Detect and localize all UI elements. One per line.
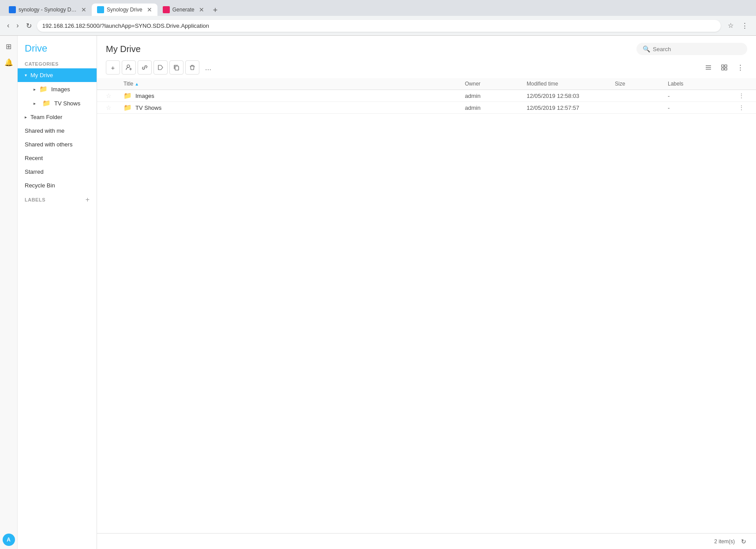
tab-drive[interactable]: Synology Drive ✕ — [92, 4, 157, 16]
svg-rect-7 — [722, 65, 724, 67]
label-icon — [157, 64, 164, 71]
sidebar: Drive CATEGORIES ▾ My Drive ▸ 📁 Images ▸… — [18, 36, 97, 549]
sidebar-item-recycle-bin[interactable]: Recycle Bin — [18, 179, 97, 192]
labels-section: LABELS + — [18, 192, 97, 207]
sort-arrow-icon: ▲ — [135, 82, 139, 86]
copy-button[interactable] — [169, 60, 183, 75]
grid-view-button[interactable] — [717, 60, 731, 75]
sidebar-subitem-images[interactable]: ▸ 📁 Images — [18, 82, 97, 96]
toolbar-right: ⋮ — [701, 60, 747, 75]
app-left-nav: ⊞ 🔔 A — [0, 36, 18, 549]
new-tab-button[interactable]: + — [210, 5, 221, 16]
tab-diskstation-label: synology - Synology DiskStation — [19, 7, 77, 13]
drive-favicon — [97, 6, 104, 13]
sidebar-item-team-folder-label: Team Folder — [30, 114, 62, 120]
add-label-button[interactable]: + — [86, 196, 90, 204]
sidebar-item-shared-with-others[interactable]: Shared with others — [18, 138, 97, 151]
generate-favicon — [163, 6, 170, 13]
sidebar-item-team-folder[interactable]: ▸ Team Folder — [18, 110, 97, 124]
col-owner-label: Owner — [465, 81, 480, 87]
label-button[interactable] — [153, 60, 168, 75]
sidebar-item-starred[interactable]: Starred — [18, 165, 97, 179]
status-bar: 2 item(s) ↻ — [97, 533, 756, 549]
tv-shows-labels: - — [668, 105, 738, 111]
images-labels: - — [668, 93, 738, 99]
add-people-button[interactable] — [122, 60, 136, 75]
more-button[interactable]: … — [201, 60, 215, 75]
user-avatar[interactable]: A — [3, 534, 15, 546]
tv-shows-row-name: TV Shows — [135, 105, 161, 111]
images-modified: 12/05/2019 12:58:03 — [527, 93, 615, 99]
col-modified-header[interactable]: Modified time — [527, 81, 615, 87]
share-link-button[interactable] — [138, 60, 152, 75]
copy-icon — [173, 64, 180, 71]
forward-button[interactable]: › — [15, 20, 20, 31]
col-title-label: Title — [124, 81, 133, 87]
sidebar-item-recycle-label: Recycle Bin — [25, 182, 55, 189]
col-labels-header[interactable]: Labels — [668, 81, 738, 87]
categories-label: CATEGORIES — [18, 58, 97, 68]
tab-bar: synology - Synology DiskStation ✕ Synolo… — [0, 0, 756, 16]
svg-rect-8 — [725, 65, 727, 67]
bell-icon[interactable]: 🔔 — [2, 55, 16, 69]
table-row[interactable]: ☆ 📁 TV Shows admin 12/05/2019 12:57:57 -… — [97, 102, 756, 114]
sidebar-item-my-drive-label: My Drive — [30, 72, 53, 78]
col-size-label: Size — [615, 81, 625, 87]
tab-drive-label: Synology Drive — [107, 7, 142, 13]
tab-generate-label: Generate — [172, 7, 195, 13]
app-container: ⊞ 🔔 A Drive CATEGORIES ▾ My Drive ▸ 📁 Im… — [0, 36, 756, 549]
col-title-header[interactable]: Title ▲ — [124, 81, 465, 87]
bookmark-button[interactable]: ☆ — [724, 19, 737, 32]
table-row[interactable]: ☆ 📁 Images admin 12/05/2019 12:58:03 - ⋮ — [97, 90, 756, 102]
tv-shows-more-btn[interactable]: ⋮ — [738, 104, 747, 111]
star-tv-shows[interactable]: ☆ — [106, 104, 124, 111]
sidebar-item-my-drive[interactable]: ▾ My Drive — [18, 68, 97, 82]
grid-view-icon — [721, 64, 728, 71]
search-icon: 🔍 — [643, 45, 650, 52]
app-title: Drive — [25, 43, 47, 54]
sidebar-item-recent[interactable]: Recent — [18, 151, 97, 165]
search-input[interactable] — [653, 46, 741, 52]
my-drive-chevron: ▾ — [25, 73, 27, 78]
tv-shows-folder-icon: 📁 — [42, 99, 51, 107]
images-more-btn[interactable]: ⋮ — [738, 92, 747, 99]
reload-button[interactable]: ↻ — [24, 20, 34, 32]
column-settings-button[interactable]: ⋮ — [733, 60, 747, 75]
browser-chrome: synology - Synology DiskStation ✕ Synolo… — [0, 0, 756, 36]
tab-diskstation[interactable]: synology - Synology DiskStation ✕ — [4, 4, 92, 16]
images-chevron: ▸ — [34, 87, 36, 92]
tv-shows-modified: 12/05/2019 12:57:57 — [527, 105, 615, 111]
svg-point-0 — [127, 65, 130, 67]
col-size-header[interactable]: Size — [615, 81, 668, 87]
item-count: 2 item(s) — [714, 538, 735, 545]
star-images[interactable]: ☆ — [106, 92, 124, 99]
link-icon — [142, 64, 148, 71]
toolbar: + — [97, 59, 756, 78]
sidebar-item-shared-with-me[interactable]: Shared with me — [18, 124, 97, 138]
images-owner: admin — [465, 93, 527, 99]
name-cell-tv-shows: 📁 TV Shows — [124, 104, 465, 112]
tv-shows-owner: admin — [465, 105, 527, 111]
back-button[interactable]: ‹ — [5, 20, 11, 31]
address-input[interactable] — [37, 20, 721, 32]
delete-button[interactable] — [185, 60, 199, 75]
images-row-folder-icon: 📁 — [124, 92, 132, 100]
apps-icon[interactable]: ⊞ — [2, 39, 16, 53]
tab-diskstation-close[interactable]: ✕ — [81, 6, 86, 13]
svg-rect-3 — [175, 66, 179, 70]
refresh-button[interactable]: ↻ — [738, 536, 749, 547]
tab-generate[interactable]: Generate ✕ — [157, 4, 210, 16]
images-row-name: Images — [135, 93, 154, 99]
main-header: My Drive 🔍 — [97, 36, 756, 59]
sidebar-subitem-tv-shows[interactable]: ▸ 📁 TV Shows — [18, 96, 97, 110]
tab-drive-close[interactable]: ✕ — [147, 6, 152, 13]
tv-shows-row-folder-icon: 📁 — [124, 104, 132, 112]
tab-generate-close[interactable]: ✕ — [199, 6, 204, 13]
main-content: My Drive 🔍 + — [97, 36, 756, 549]
new-button[interactable]: + — [106, 60, 120, 75]
team-folder-chevron: ▸ — [25, 115, 27, 120]
browser-menu-button[interactable]: ⋮ — [738, 19, 751, 32]
list-view-button[interactable] — [701, 60, 715, 75]
col-owner-header[interactable]: Owner — [465, 81, 527, 87]
address-bar: ‹ › ↻ ☆ ⋮ — [0, 16, 756, 35]
